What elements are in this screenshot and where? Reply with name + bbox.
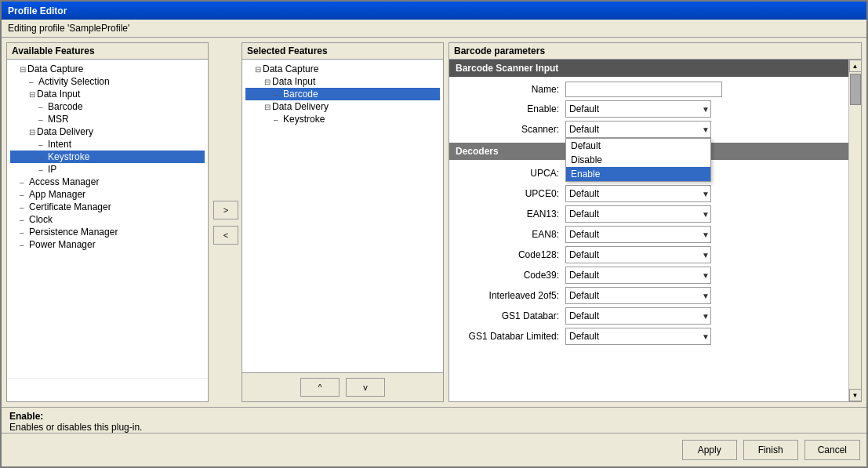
param-control-ean13: DefaultDisableEnable ▼ [565,205,842,223]
scanner-dropdown-wrapper: Default Disable Enable ▼ [565,121,711,138]
middle-section: > < Selected Features ⊟Data Capture ⊟Dat… [213,42,444,402]
tree-item-persistence-manager[interactable]: –Persistence Manager [10,226,205,238]
selected-features-tree: ⊟Data Capture ⊟Data Input –Barcode ⊟Data… [242,60,443,372]
subtitle: Editing profile 'SampleProfile' [2,20,866,38]
move-right-button[interactable]: > [213,201,238,219]
apply-button[interactable]: Apply [682,440,737,460]
param-control-name [565,82,842,97]
barcode-scanner-header: Barcode Scanner Input [449,60,848,77]
dash-icon: – [20,241,27,249]
ean8-select[interactable]: DefaultDisableEnable [565,226,711,243]
dash-icon: – [274,115,281,124]
move-up-button[interactable]: ^ [300,378,340,397]
tree-item-data-input[interactable]: ⊟Data Input [10,88,205,100]
dash-icon: – [20,178,27,187]
expand-icon: ⊟ [255,65,261,74]
footer-label: Enable: [9,411,859,422]
up-down-buttons: ^ v [242,372,443,401]
enable-select[interactable]: Default Disable Enable [565,100,711,118]
param-label-name: Name: [456,84,565,95]
tree-item-app-manager[interactable]: –App Manager [10,188,205,201]
param-row-code128: Code128: DefaultDisableEnable ▼ [449,245,848,265]
gs1databar-dropdown: DefaultDisableEnable ▼ [565,307,711,325]
sel-tree-item-data-delivery[interactable]: ⊟Data Delivery [245,100,440,113]
tree-item-certificate-manager[interactable]: –Certificate Manager [10,201,205,213]
scroll-up-button[interactable]: ▲ [849,60,862,72]
footer-description: Enables or disables this plug-in. [9,422,859,433]
tree-item-access-manager[interactable]: –Access Manager [10,176,205,188]
scroll-thumb[interactable] [850,74,861,105]
dash-icon: – [20,216,27,224]
right-body: Barcode Scanner Input Name: Enable: [449,60,861,401]
param-label-code39: Code39: [456,270,565,281]
param-row-upce0: UPCE0: DefaultDisableEnable ▼ [449,183,848,204]
scanner-option-enable[interactable]: Enable [566,167,710,181]
param-label-ean13: EAN13: [456,209,565,219]
code39-select[interactable]: DefaultDisableEnable [565,267,711,284]
param-control-enable: Default Disable Enable ▼ [565,100,842,118]
interleaved-select[interactable]: DefaultDisableEnable [565,287,711,304]
code128-dropdown: DefaultDisableEnable ▼ [565,246,711,263]
param-label-enable: Enable: [456,103,565,114]
available-features-tree: ⊟Data Capture –Activity Selection ⊟Data … [7,60,208,378]
tree-item-clock[interactable]: –Clock [10,213,205,226]
param-row-ean8: EAN8: DefaultDisableEnable ▼ [449,224,848,245]
move-left-button[interactable]: < [213,226,238,245]
move-buttons: > < [213,42,238,402]
param-label-scanner: Scanner: [456,124,565,135]
left-bottom-area [7,378,208,401]
sel-tree-item-data-capture[interactable]: ⊟Data Capture [245,63,440,75]
param-control-code39: DefaultDisableEnable ▼ [565,267,842,284]
dash-icon: – [38,115,46,124]
params-content: Barcode Scanner Input Name: Enable: [449,60,848,346]
param-row-interleaved: Interleaved 2of5: DefaultDisableEnable ▼ [449,285,848,306]
tree-item-data-delivery[interactable]: ⊟Data Delivery [10,125,205,138]
dash-icon: – [38,153,46,161]
scroll-down-button[interactable]: ▼ [849,389,862,401]
title-bar: Profile Editor [2,2,866,20]
move-down-button[interactable]: v [346,378,385,397]
tree-item-ip[interactable]: –IP [10,163,205,176]
ean8-dropdown: DefaultDisableEnable ▼ [565,226,711,243]
subtitle-text: Editing profile 'SampleProfile' [8,23,129,34]
param-label-interleaved: Interleaved 2of5: [456,290,565,301]
right-scroll[interactable]: Barcode Scanner Input Name: Enable: [449,60,848,401]
name-input[interactable] [565,82,722,97]
expand-icon: ⊟ [264,78,271,86]
gs1databar-limited-dropdown: DefaultDisableEnable ▼ [565,328,711,345]
param-row-gs1databar-limited: GS1 Databar Limited: DefaultDisableEnabl… [449,326,848,346]
middle-panel-layout: ⊟Data Capture ⊟Data Input –Barcode ⊟Data… [242,60,443,401]
action-bar: Apply Finish Cancel [2,433,866,466]
tree-item-barcode[interactable]: –Barcode [10,100,205,113]
scanner-option-default[interactable]: Default [566,139,710,153]
param-control-ean8: DefaultDisableEnable ▼ [565,226,842,243]
gs1databar-limited-select[interactable]: DefaultDisableEnable [565,328,711,345]
expand-icon: ⊟ [20,65,26,74]
profile-editor-window: Profile Editor Editing profile 'SamplePr… [0,0,868,468]
param-label-upca: UPCA: [456,168,565,179]
finish-button[interactable]: Finish [743,440,798,460]
sel-tree-item-barcode[interactable]: –Barcode [245,88,440,100]
tree-item-msr[interactable]: –MSR [10,113,205,125]
tree-item-data-capture[interactable]: ⊟Data Capture [10,63,205,75]
available-features-panel: Available Features ⊟Data Capture –Activi… [6,42,209,402]
cancel-button[interactable]: Cancel [804,440,860,460]
enable-dropdown-wrapper: Default Disable Enable ▼ [565,100,711,118]
left-panel-layout: ⊟Data Capture –Activity Selection ⊟Data … [7,60,208,401]
sel-tree-item-keystroke[interactable]: –Keystroke [245,113,440,125]
sel-tree-item-data-input[interactable]: ⊟Data Input [245,75,440,88]
param-label-gs1databar-limited: GS1 Databar Limited: [456,331,565,342]
tree-item-keystroke[interactable]: –Keystroke [10,151,205,163]
gs1databar-select[interactable]: DefaultDisableEnable [565,307,711,325]
expand-icon: ⊟ [29,128,35,136]
upce0-select[interactable]: DefaultDisableEnable [565,185,711,202]
scanner-select[interactable]: Default Disable Enable [565,121,711,138]
scanner-option-disable[interactable]: Disable [566,153,710,167]
ean13-select[interactable]: DefaultDisableEnable [565,205,711,223]
dash-icon: – [20,203,27,212]
code128-select[interactable]: DefaultDisableEnable [565,246,711,263]
tree-item-activity-selection[interactable]: –Activity Selection [10,75,205,88]
tree-item-power-manager[interactable]: –Power Manager [10,238,205,251]
tree-item-intent[interactable]: –Intent [10,138,205,151]
dash-icon: – [38,103,46,111]
